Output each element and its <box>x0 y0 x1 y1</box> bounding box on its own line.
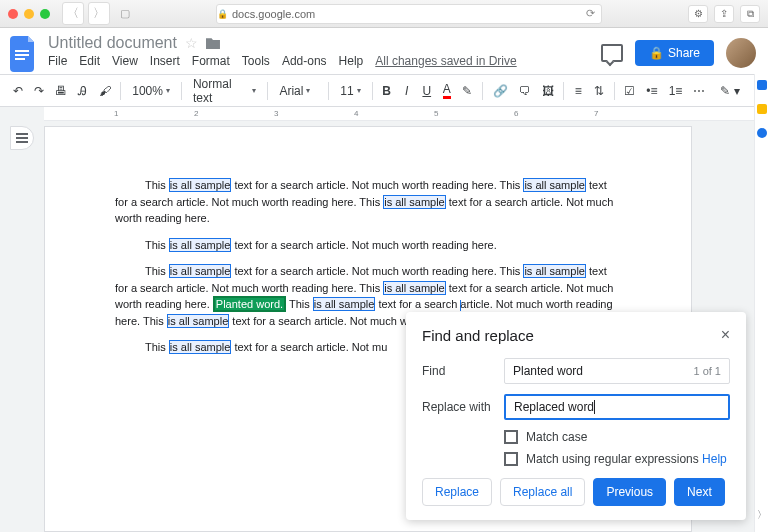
ruler[interactable]: 1 2 3 4 5 6 7 <box>44 107 768 121</box>
bulleted-list-icon[interactable]: •≡ <box>642 81 662 101</box>
find-label: Find <box>422 364 494 378</box>
dialog-title: Find and replace <box>422 327 534 344</box>
address-bar[interactable]: 🔒 docs.google.com ⟳ <box>216 4 602 24</box>
replace-all-button[interactable]: Replace all <box>500 478 585 506</box>
svg-rect-1 <box>15 54 29 56</box>
move-folder-icon[interactable] <box>206 37 220 49</box>
more-icon[interactable]: ⋯ <box>689 81 710 101</box>
comments-icon[interactable] <box>601 44 623 62</box>
zoom-window-icon[interactable] <box>40 9 50 19</box>
checklist-icon[interactable]: ☑ <box>619 81 639 101</box>
bold-icon[interactable]: B <box>378 81 396 101</box>
paint-format-icon[interactable]: 🖌 <box>94 81 115 101</box>
paragraph: This is all sample text for a search art… <box>115 177 621 227</box>
match-case-checkbox[interactable] <box>504 430 518 444</box>
paragraph-style-dropdown[interactable]: Normal text▾ <box>187 74 263 108</box>
docs-logo-icon[interactable] <box>8 34 40 74</box>
match-count: 1 of 1 <box>693 365 721 377</box>
highlight-icon[interactable]: ✎ <box>458 81 477 101</box>
menu-help[interactable]: Help <box>339 54 364 68</box>
window-controls <box>8 9 50 19</box>
outline-toggle-icon[interactable] <box>10 126 34 150</box>
sidebar-toggle-icon[interactable]: ▢ <box>120 7 130 20</box>
link-icon[interactable]: 🔗 <box>488 81 512 101</box>
menu-bar: File Edit View Insert Format Tools Add-o… <box>48 54 593 74</box>
menu-file[interactable]: File <box>48 54 67 68</box>
regex-help-link[interactable]: Help <box>702 452 727 466</box>
text-color-icon[interactable]: A <box>438 79 456 102</box>
previous-button[interactable]: Previous <box>593 478 666 506</box>
close-window-icon[interactable] <box>8 9 18 19</box>
docs-header: Untitled document ☆ File Edit View Inser… <box>0 28 768 75</box>
svg-rect-2 <box>15 58 25 60</box>
side-panel: 〉 <box>754 74 768 532</box>
url-text: docs.google.com <box>232 8 315 20</box>
redo-icon[interactable]: ↷ <box>29 81 48 101</box>
replace-label: Replace with <box>422 400 494 414</box>
undo-icon[interactable]: ↶ <box>8 81 27 101</box>
keep-app-icon[interactable] <box>757 104 767 114</box>
back-button[interactable]: 〈 <box>62 2 84 25</box>
menu-view[interactable]: View <box>112 54 138 68</box>
lock-share-icon: 🔒 <box>649 46 664 60</box>
underline-icon[interactable]: U <box>418 81 436 101</box>
next-button[interactable]: Next <box>674 478 725 506</box>
menu-format[interactable]: Format <box>192 54 230 68</box>
browser-chrome: 〈 〉 ▢ 🔒 docs.google.com ⟳ ⚙ ⇪ ⧉ <box>0 0 768 28</box>
document-title[interactable]: Untitled document <box>48 34 177 52</box>
menu-addons[interactable]: Add-ons <box>282 54 327 68</box>
minimize-window-icon[interactable] <box>24 9 34 19</box>
replace-button[interactable]: Replace <box>422 478 492 506</box>
share-sheet-icon[interactable]: ⇪ <box>714 5 734 23</box>
font-size-dropdown[interactable]: 11▾ <box>334 81 366 101</box>
search-match-highlight: Planted word. <box>213 296 286 312</box>
comment-insert-icon[interactable]: 🗨 <box>514 81 535 101</box>
menu-tools[interactable]: Tools <box>242 54 270 68</box>
forward-button: 〉 <box>88 2 110 25</box>
paragraph: This is all sample text for a search art… <box>115 237 621 254</box>
replace-input[interactable]: Replaced word <box>504 394 730 420</box>
nav-arrows: 〈 〉 <box>62 2 110 25</box>
editing-mode[interactable]: ✎▾ <box>712 81 748 101</box>
line-spacing-icon[interactable]: ⇅ <box>589 81 608 101</box>
menu-edit[interactable]: Edit <box>79 54 100 68</box>
spellcheck-icon[interactable]: Ꭿ <box>74 81 92 101</box>
collapse-panel-icon[interactable]: 〉 <box>757 508 767 522</box>
share-button[interactable]: 🔒 Share <box>635 40 714 66</box>
regex-label: Match using regular expressions Help <box>526 452 727 466</box>
tasks-app-icon[interactable] <box>757 128 767 138</box>
font-dropdown[interactable]: Arial▾ <box>273 81 323 101</box>
browser-toolbar-right: ⚙ ⇪ ⧉ <box>688 5 760 23</box>
formatting-toolbar: ↶ ↷ 🖶 Ꭿ 🖌 100%▾ Normal text▾ Arial▾ 11▾ … <box>0 75 768 107</box>
match-case-label: Match case <box>526 430 587 444</box>
close-icon[interactable]: × <box>721 326 730 344</box>
avatar[interactable] <box>726 38 756 68</box>
print-icon[interactable]: 🖶 <box>51 81 72 101</box>
italic-icon[interactable]: I <box>398 81 416 101</box>
numbered-list-icon[interactable]: 1≡ <box>664 81 687 101</box>
lock-icon: 🔒 <box>217 9 228 19</box>
tabs-icon[interactable]: ⧉ <box>740 5 760 23</box>
gear-icon[interactable]: ⚙ <box>688 5 708 23</box>
star-icon[interactable]: ☆ <box>185 35 198 51</box>
find-replace-dialog: Find and replace × Find Planted word 1 o… <box>406 312 746 520</box>
find-input[interactable]: Planted word 1 of 1 <box>504 358 730 384</box>
calendar-app-icon[interactable] <box>757 80 767 90</box>
image-insert-icon[interactable]: 🖼 <box>537 81 558 101</box>
regex-checkbox[interactable] <box>504 452 518 466</box>
zoom-dropdown[interactable]: 100%▾ <box>126 81 176 101</box>
svg-rect-0 <box>15 50 29 52</box>
save-status[interactable]: All changes saved in Drive <box>375 54 516 68</box>
align-icon[interactable]: ≡ <box>569 81 587 101</box>
refresh-icon[interactable]: ⟳ <box>586 7 595 20</box>
menu-insert[interactable]: Insert <box>150 54 180 68</box>
